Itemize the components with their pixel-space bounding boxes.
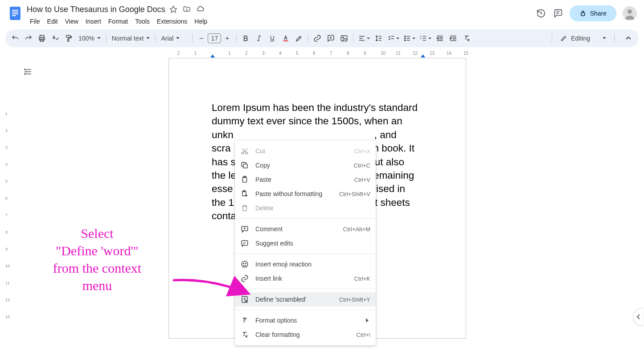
- ruler-tick: 8: [5, 230, 8, 234]
- context-menu-emoji[interactable]: Insert emoji reaction: [235, 257, 376, 271]
- ruler-tick: 10: [381, 51, 386, 56]
- redo-button[interactable]: [22, 32, 35, 45]
- comments-icon[interactable]: [553, 8, 563, 19]
- svg-rect-4: [12, 15, 16, 16]
- svg-point-62: [25, 74, 25, 74]
- menu-item-label: Cut: [255, 147, 354, 155]
- increase-font-button[interactable]: [221, 32, 234, 45]
- italic-button[interactable]: [253, 32, 265, 45]
- menu-item-label: Copy: [255, 162, 354, 169]
- decrease-font-button[interactable]: [195, 32, 208, 45]
- menu-insert[interactable]: Insert: [82, 16, 104, 27]
- context-menu-clear[interactable]: Clear formattingCtrl+\: [235, 328, 376, 342]
- menu-shortcut: Ctrl+V: [354, 176, 370, 183]
- svg-point-27: [343, 37, 344, 38]
- move-folder-icon[interactable]: [182, 5, 191, 14]
- emoji-icon: [240, 260, 249, 269]
- separator: [552, 34, 552, 43]
- header: How to Use Thesaurus in Google Docs File…: [0, 0, 644, 27]
- collapse-toolbar-button[interactable]: [622, 32, 635, 45]
- context-menu-suggest[interactable]: Suggest edits: [235, 236, 376, 250]
- avatar[interactable]: [623, 6, 637, 20]
- paragraph-style-dropdown[interactable]: Normal text: [109, 32, 153, 45]
- separator: [155, 34, 156, 43]
- context-menu-format[interactable]: Format options: [235, 313, 376, 328]
- context-menu-link[interactable]: Insert linkCtrl+K: [235, 271, 376, 286]
- ruler-tick: 12: [5, 298, 10, 302]
- underline-button[interactable]: [266, 32, 279, 45]
- menu-item-label: Paste: [255, 176, 354, 183]
- cloud-status-icon[interactable]: [196, 5, 205, 14]
- horizontal-ruler[interactable]: 21123456789101112131415: [0, 51, 644, 58]
- menu-item-label: Clear formatting: [255, 331, 357, 338]
- context-menu-paste[interactable]: PasteCtrl+V: [235, 172, 376, 187]
- svg-rect-8: [581, 13, 585, 16]
- ruler-tick: 11: [5, 281, 10, 285]
- zoom-dropdown[interactable]: 100%: [76, 32, 103, 45]
- separator: [236, 34, 237, 43]
- line-spacing-button[interactable]: [372, 32, 385, 45]
- share-button[interactable]: Share: [570, 5, 616, 21]
- mode-dropdown[interactable]: Editing: [555, 32, 611, 45]
- align-button[interactable]: [356, 32, 371, 45]
- font-size-input[interactable]: [208, 33, 221, 43]
- svg-point-63: [242, 152, 244, 154]
- ruler-tick: 6: [313, 51, 316, 56]
- font-dropdown[interactable]: Arial: [158, 32, 189, 45]
- context-menu-comment[interactable]: CommentCtrl+Alt+M: [235, 222, 376, 236]
- menu-tools[interactable]: Tools: [132, 16, 153, 27]
- highlight-button[interactable]: [293, 32, 305, 45]
- define-icon: [240, 295, 249, 304]
- ruler-tick: 3: [262, 51, 265, 56]
- context-menu-copy[interactable]: CopyCtrl+C: [235, 158, 376, 172]
- history-icon[interactable]: [536, 8, 546, 19]
- print-button[interactable]: [36, 32, 48, 45]
- bold-button[interactable]: [239, 32, 252, 45]
- context-menu-paste-plain[interactable]: Paste without formattingCtrl+Shift+V: [235, 187, 376, 201]
- docs-logo-icon[interactable]: [7, 5, 23, 21]
- svg-rect-65: [243, 164, 247, 168]
- toolbar-wrap: 100% Normal text Arial: [0, 27, 644, 50]
- svg-rect-26: [341, 36, 348, 41]
- ruler-tick: 1: [228, 51, 231, 56]
- svg-point-78: [245, 300, 246, 302]
- menu-format[interactable]: Format: [105, 16, 131, 27]
- document-title[interactable]: How to Use Thesaurus in Google Docs: [27, 5, 165, 14]
- menu-view[interactable]: View: [62, 16, 82, 27]
- svg-point-36: [405, 36, 406, 37]
- insert-comment-button[interactable]: [324, 32, 337, 45]
- ruler-tick: 6: [5, 196, 8, 201]
- menu-help[interactable]: Help: [191, 16, 210, 27]
- numbered-list-button[interactable]: 12: [418, 32, 433, 45]
- menu-extensions[interactable]: Extensions: [154, 16, 190, 27]
- insert-link-button[interactable]: [311, 32, 324, 45]
- separator: [192, 34, 193, 43]
- menu-item-label: Format options: [255, 317, 366, 324]
- indent-increase-button[interactable]: [447, 32, 459, 45]
- undo-button[interactable]: [9, 32, 21, 45]
- insert-image-button[interactable]: [338, 32, 350, 45]
- link-icon: [240, 274, 249, 283]
- outline-toggle-button[interactable]: [21, 65, 35, 78]
- menu-shortcut: Ctrl+Shift+V: [339, 191, 370, 197]
- svg-point-74: [242, 261, 248, 267]
- text-color-button[interactable]: [279, 32, 292, 45]
- menu-shortcut: Ctrl+Alt+M: [343, 226, 370, 233]
- checklist-button[interactable]: [386, 32, 401, 45]
- vertical-ruler[interactable]: 12345678910111213: [0, 58, 16, 343]
- clear-formatting-button[interactable]: [460, 32, 473, 45]
- menu-edit[interactable]: Edit: [44, 16, 61, 27]
- ruler-tick: 4: [279, 51, 282, 56]
- clear-icon: [240, 330, 249, 339]
- indent-decrease-button[interactable]: [434, 32, 446, 45]
- svg-point-75: [243, 263, 244, 264]
- svg-point-60: [25, 69, 25, 70]
- spellcheck-button[interactable]: [49, 32, 62, 45]
- bulleted-list-button[interactable]: [402, 32, 417, 45]
- paste-plain-icon: [240, 189, 249, 198]
- star-icon[interactable]: [169, 5, 178, 14]
- context-menu-define[interactable]: Define 'scrambled'Ctrl+Shift+Y: [235, 292, 376, 307]
- separator: [106, 34, 107, 43]
- paint-format-button[interactable]: [62, 32, 75, 45]
- menu-file[interactable]: File: [27, 16, 43, 27]
